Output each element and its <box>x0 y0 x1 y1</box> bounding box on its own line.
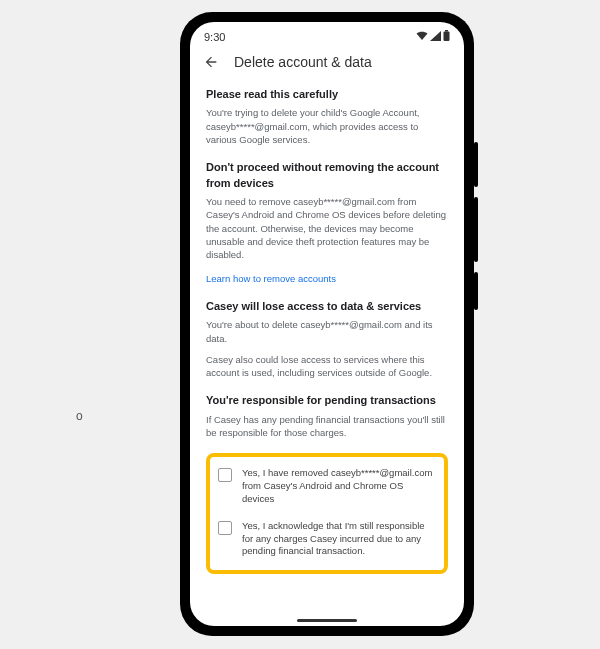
app-bar: Delete account & data <box>190 47 464 81</box>
phone-side-button <box>474 197 478 262</box>
page-title: Delete account & data <box>234 54 372 70</box>
section-heading: Casey will lose access to data & service… <box>206 299 448 314</box>
learn-remove-accounts-link[interactable]: Learn how to remove accounts <box>206 272 336 285</box>
section-read-carefully: Please read this carefully You're trying… <box>206 87 448 146</box>
phone-frame: 9:30 Delete account & data Pleas <box>180 12 474 636</box>
back-button[interactable] <box>202 53 220 71</box>
section-text: You need to remove caseyb*****@gmail.com… <box>206 195 448 285</box>
section-paragraph: You need to remove caseyb*****@gmail.com… <box>206 195 448 261</box>
section-lose-access: Casey will lose access to data & service… <box>206 299 448 380</box>
phone-side-button <box>474 272 478 310</box>
checkbox-label: Yes, I acknowledge that I'm still respon… <box>242 520 436 558</box>
status-time: 9:30 <box>204 31 225 43</box>
section-text: You're about to delete caseyb*****@gmail… <box>206 318 448 379</box>
svg-rect-1 <box>444 32 450 42</box>
section-paragraph: You're about to delete caseyb*****@gmail… <box>206 318 448 345</box>
content-area: Please read this carefully You're trying… <box>190 81 464 626</box>
nav-indicator[interactable] <box>297 619 357 622</box>
section-heading: Please read this carefully <box>206 87 448 102</box>
section-heading: You're responsible for pending transacti… <box>206 393 448 408</box>
checkbox-label: Yes, I have removed caseyb*****@gmail.co… <box>242 467 436 505</box>
section-pending-transactions: You're responsible for pending transacti… <box>206 393 448 439</box>
checkbox-row-acknowledge: Yes, I acknowledge that I'm still respon… <box>218 520 436 558</box>
phone-side-button <box>474 142 478 187</box>
svg-rect-0 <box>445 30 448 32</box>
checkbox-removed-devices[interactable] <box>218 468 232 482</box>
section-text: If Casey has any pending financial trans… <box>206 413 448 440</box>
section-paragraph: Casey also could lose access to services… <box>206 353 448 380</box>
arrow-left-icon <box>203 54 219 70</box>
section-text: You're trying to delete your child's Goo… <box>206 106 448 146</box>
stray-text: o <box>76 409 83 423</box>
signal-icon <box>430 31 441 43</box>
section-heading: Don't proceed without removing the accou… <box>206 160 448 191</box>
section-dont-proceed: Don't proceed without removing the accou… <box>206 160 448 285</box>
wifi-icon <box>416 31 428 43</box>
phone-screen: 9:30 Delete account & data Pleas <box>190 22 464 626</box>
checkbox-row-removed: Yes, I have removed caseyb*****@gmail.co… <box>218 467 436 505</box>
checkbox-acknowledge-charges[interactable] <box>218 521 232 535</box>
status-bar: 9:30 <box>190 22 464 47</box>
battery-icon <box>443 30 450 43</box>
confirmation-checkboxes: Yes, I have removed caseyb*****@gmail.co… <box>206 453 448 574</box>
